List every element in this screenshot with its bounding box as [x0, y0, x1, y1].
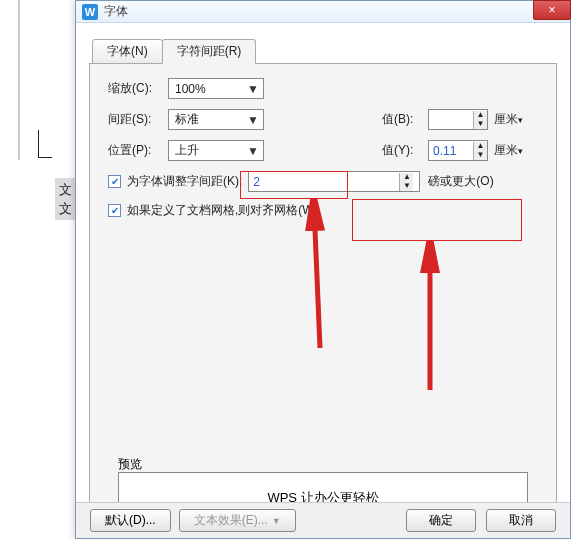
- font-dialog: W 字体 × 字体(N) 字符间距(R) 缩放(C): 100% ▼ 间距(S)…: [75, 0, 571, 539]
- zoom-label: 缩放(C):: [108, 80, 168, 97]
- spin-down-icon[interactable]: ▼: [399, 182, 413, 191]
- default-button[interactable]: 默认(D)...: [90, 509, 171, 532]
- tab-panel: 缩放(C): 100% ▼ 间距(S): 标准 ▼ 值(B): ▲▼ 厘米▾ 位…: [89, 63, 557, 505]
- close-icon: ×: [548, 3, 555, 17]
- window-title: 字体: [104, 3, 128, 20]
- tab-char-spacing[interactable]: 字符间距(R): [162, 39, 257, 64]
- cancel-button[interactable]: 取消: [486, 509, 556, 532]
- zoom-select[interactable]: 100% ▼: [168, 78, 264, 99]
- value-b-spinner[interactable]: ▲▼: [428, 109, 488, 130]
- unit-y: 厘米▾: [494, 142, 523, 159]
- close-button[interactable]: ×: [533, 0, 571, 20]
- svg-line-1: [314, 206, 320, 348]
- preview-label: 预览: [118, 456, 142, 473]
- position-label: 位置(P):: [108, 142, 168, 159]
- position-select[interactable]: 上升 ▼: [168, 140, 264, 161]
- grid-label: 如果定义了文档网格,则对齐网格(W): [127, 202, 318, 219]
- value-y-label: 值(Y):: [382, 142, 428, 159]
- spin-down-icon[interactable]: ▼: [473, 120, 487, 129]
- spacing-label: 间距(S):: [108, 111, 168, 128]
- document-background: 文 文: [0, 0, 75, 539]
- value-b-input[interactable]: [429, 113, 473, 127]
- dialog-footer: 默认(D)... 文本效果(E)...▼ 确定 取消: [76, 502, 570, 538]
- spin-down-icon[interactable]: ▼: [473, 151, 487, 160]
- spacing-select[interactable]: 标准 ▼: [168, 109, 264, 130]
- position-value: 上升: [175, 142, 199, 159]
- chevron-down-icon: ▼: [245, 144, 261, 158]
- annotation-arrow-a: [296, 198, 340, 358]
- tab-font[interactable]: 字体(N): [92, 39, 163, 64]
- unit-b: 厘米▾: [494, 111, 523, 128]
- value-b-label: 值(B):: [382, 111, 428, 128]
- app-icon: W: [82, 4, 98, 20]
- text-effects-button: 文本效果(E)...▼: [179, 509, 296, 532]
- kerning-input[interactable]: [249, 175, 399, 189]
- annotation-arrow-b: [408, 240, 452, 400]
- spacing-value: 标准: [175, 111, 199, 128]
- document-selected-text: 文 文: [55, 178, 75, 220]
- grid-checkbox[interactable]: [108, 204, 121, 217]
- value-y-spinner[interactable]: ▲▼: [428, 140, 488, 161]
- ok-button[interactable]: 确定: [406, 509, 476, 532]
- chevron-down-icon: ▼: [245, 82, 261, 96]
- value-y-input[interactable]: [429, 144, 473, 158]
- caret-marker: [38, 130, 52, 158]
- ruler: [18, 0, 20, 160]
- kerning-spinner[interactable]: ▲▼: [248, 171, 420, 192]
- zoom-value: 100%: [175, 82, 206, 96]
- titlebar: W 字体 ×: [76, 1, 570, 23]
- chevron-down-icon: ▼: [272, 516, 281, 526]
- kerning-checkbox[interactable]: [108, 175, 121, 188]
- kerning-suffix: 磅或更大(O): [428, 173, 493, 190]
- kerning-label: 为字体调整字间距(K):: [127, 173, 242, 190]
- chevron-down-icon: ▼: [245, 113, 261, 127]
